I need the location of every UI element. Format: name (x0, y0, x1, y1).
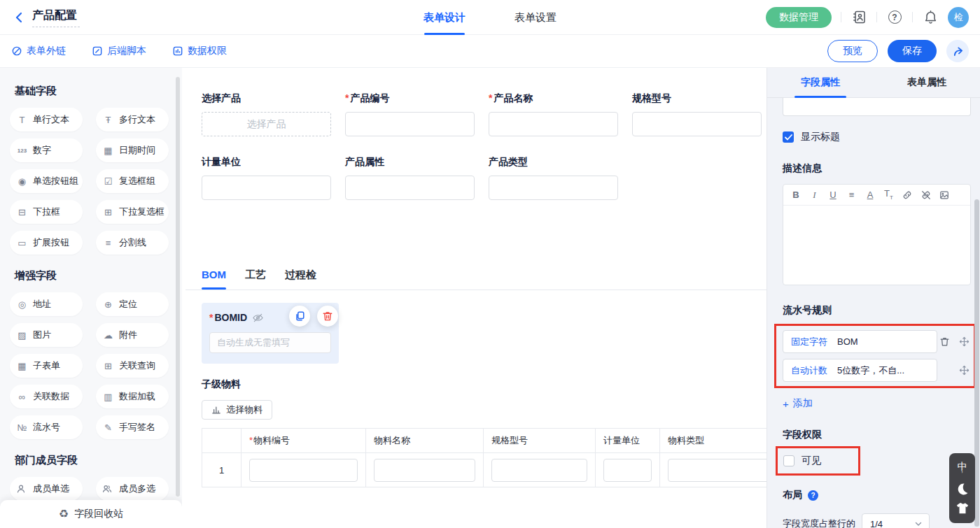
panel-scrollbar[interactable] (974, 199, 979, 527)
bold-icon[interactable]: B (791, 190, 801, 199)
delete-rule-icon[interactable] (939, 336, 950, 347)
sidebar-item-address[interactable]: ◎地址 (10, 292, 83, 316)
align-icon[interactable]: ≡ (847, 190, 857, 199)
select-product-trigger[interactable]: 选择产品 (202, 112, 331, 136)
sidebar-item-dropdown-multi[interactable]: ⊞下拉复选框 (96, 200, 169, 224)
serial-rule-fixed-chars[interactable]: 固定字符 BOM (783, 330, 937, 353)
drag-move-icon[interactable] (959, 336, 969, 347)
share-button[interactable] (946, 40, 969, 62)
field-product-type[interactable]: 产品类型 (489, 156, 618, 200)
back-button[interactable] (11, 9, 28, 26)
visible-label: 可见 (802, 455, 821, 467)
field-product-attribute[interactable]: 产品属性 (345, 156, 475, 200)
description-editor: B I U ≡ A TT (783, 184, 971, 285)
tab-process-check[interactable]: 过程检 (285, 269, 316, 290)
italic-icon[interactable]: I (810, 190, 820, 199)
sidebar-item-radio-group[interactable]: ◉单选按钮组 (10, 169, 83, 193)
section-title-enhanced-fields: 增强字段 (15, 269, 169, 283)
unit-input[interactable] (202, 176, 331, 200)
delete-field-button[interactable] (317, 306, 338, 327)
bomid-input[interactable]: 自动生成无需填写 (209, 332, 331, 353)
underline-icon[interactable]: U (828, 190, 838, 199)
font-color-icon[interactable]: A (865, 190, 875, 199)
sidebar-item-datetime[interactable]: ▦日期时间 (96, 138, 169, 162)
copy-field-button[interactable] (289, 306, 310, 327)
data-manage-button[interactable]: 数据管理 (766, 7, 832, 28)
sidebar-item-signature[interactable]: ✎手写签名 (96, 415, 169, 439)
sidebar-item-image[interactable]: ▨图片 (10, 323, 83, 347)
dark-mode-moon-icon[interactable] (955, 482, 969, 496)
product-type-input[interactable] (489, 176, 618, 200)
field-select-product[interactable]: 选择产品 选择产品 (202, 92, 331, 136)
drag-move-icon[interactable] (959, 365, 969, 376)
user-avatar[interactable]: 检 (948, 7, 969, 28)
remove-link-icon[interactable] (921, 190, 931, 200)
sidebar-item-extend-button[interactable]: ▭扩展按钮 (10, 231, 83, 255)
sidebar-item-subform[interactable]: ▦子表单 (10, 354, 83, 378)
tab-bom[interactable]: BOM (202, 269, 226, 290)
tab-field-properties[interactable]: 字段属性 (767, 68, 874, 97)
sidebar-item-member-single[interactable]: 成员单选 (10, 477, 83, 501)
preview-button[interactable]: 预览 (827, 40, 878, 62)
toolbar-links: 表单外链 后端脚本 数据权限 (11, 45, 227, 57)
material-code-input[interactable] (249, 459, 358, 482)
sidebar-item-data-load[interactable]: ▥数据加载 (96, 385, 169, 408)
sidebar-item-multi-line-text[interactable]: Ŧ多行文本 (96, 108, 169, 131)
field-name-input-partial[interactable] (783, 98, 971, 116)
tab-process[interactable]: 工艺 (245, 269, 266, 290)
font-size-icon[interactable]: TT (884, 189, 894, 201)
visible-checkbox[interactable] (783, 455, 794, 466)
sidebar-item-single-line-text[interactable]: T单行文本 (10, 108, 83, 131)
field-library-sidebar: 基础字段 T单行文本 Ŧ多行文本 123数字 ▦日期时间 ◉单选按钮组 ☑复选框… (0, 68, 182, 528)
theme-shirt-icon[interactable] (955, 502, 969, 515)
contacts-book-icon[interactable] (850, 9, 867, 26)
backend-script-button[interactable]: 后端脚本 (92, 45, 146, 57)
product-name-input[interactable] (489, 112, 618, 136)
layout-help-icon[interactable]: ? (808, 490, 818, 501)
help-icon[interactable]: ? (886, 9, 903, 26)
plus-icon: + (783, 399, 789, 409)
field-recycle-bin[interactable]: ♻ 字段回收站 (0, 500, 182, 528)
product-attribute-input[interactable] (345, 176, 475, 200)
field-spec-model[interactable]: 规格型号 (632, 92, 762, 136)
sidebar-item-checkbox-group[interactable]: ☑复选框组 (96, 169, 169, 193)
data-permission-button[interactable]: 数据权限 (172, 45, 227, 57)
material-name-input[interactable] (374, 459, 475, 482)
bomid-field-selected[interactable]: BOMID 自动生成无需填写 (202, 303, 339, 364)
form-fields-row-2: 计量单位 产品属性 产品类型 (202, 156, 766, 200)
sidebar-item-linked-data[interactable]: ∞关联数据 (10, 385, 83, 408)
tab-form-settings[interactable]: 表单设置 (514, 0, 556, 35)
tab-form-properties[interactable]: 表单属性 (874, 68, 980, 97)
external-link-button[interactable]: 表单外链 (11, 45, 66, 57)
notification-bell-icon[interactable] (922, 9, 939, 26)
save-button[interactable]: 保存 (888, 40, 937, 62)
select-material-button[interactable]: 选择物料 (202, 400, 272, 420)
sidebar-item-number[interactable]: 123数字 (10, 138, 83, 162)
form-title[interactable]: 产品配置 (32, 7, 80, 27)
insert-link-icon[interactable] (902, 190, 912, 200)
add-rule-button[interactable]: + 添加 (783, 397, 813, 410)
sidebar-item-attachment[interactable]: ☁附件 (96, 323, 169, 347)
sidebar-scrollbar[interactable] (176, 77, 180, 497)
description-textarea[interactable] (783, 206, 970, 285)
spec-model-cell-input[interactable] (491, 459, 587, 482)
unit-cell-input[interactable] (603, 459, 652, 482)
insert-image-icon[interactable] (939, 190, 949, 200)
sidebar-item-linked-query[interactable]: ⊞关联查询 (96, 354, 169, 378)
show-title-checkbox[interactable] (783, 131, 794, 143)
serial-rule-auto-count[interactable]: 自动计数 5位数字，不自... (783, 359, 937, 382)
tab-form-design[interactable]: 表单设计 (424, 0, 465, 35)
sidebar-item-dropdown[interactable]: ⊟下拉框 (10, 200, 83, 224)
sidebar-item-serial-number[interactable]: №流水号 (10, 415, 83, 439)
sidebar-item-location[interactable]: ⊕定位 (96, 292, 169, 316)
material-type-input[interactable] (668, 459, 766, 482)
sidebar-item-divider[interactable]: ≡分割线 (96, 231, 169, 255)
field-product-code[interactable]: 产品编号 (345, 92, 475, 136)
field-product-name[interactable]: 产品名称 (489, 92, 618, 136)
sidebar-item-member-multi[interactable]: 成员多选 (96, 477, 169, 501)
spec-model-input[interactable] (632, 112, 762, 136)
product-code-input[interactable] (345, 112, 475, 136)
field-width-select[interactable]: 1/4 (862, 513, 930, 528)
translate-icon[interactable]: 中 ʼ (958, 462, 967, 476)
field-unit[interactable]: 计量单位 (202, 156, 331, 200)
